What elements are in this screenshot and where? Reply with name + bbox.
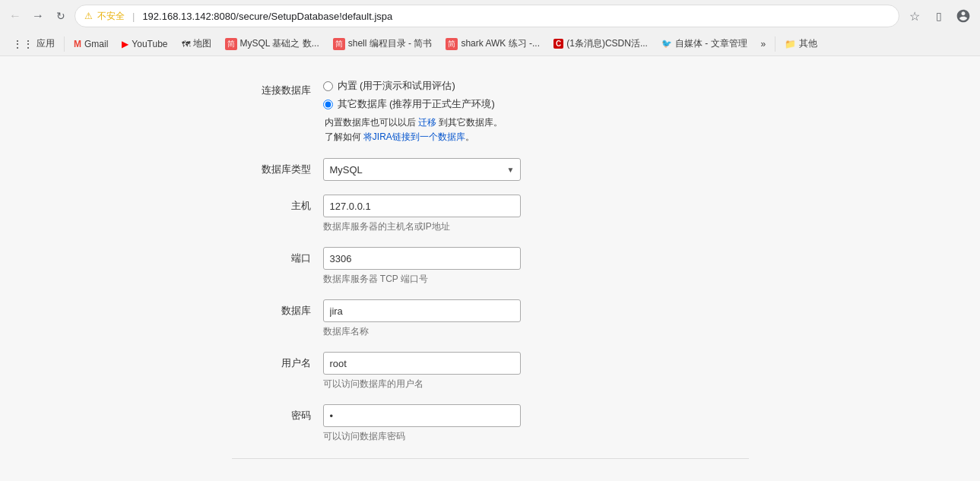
back-button[interactable]: ← <box>6 7 24 25</box>
apps-grid-icon: ⋮⋮ <box>12 38 33 50</box>
username-row: 用户名 可以访问数据库的用户名 <box>232 352 749 391</box>
db-type-field: MySQL PostgreSQL Oracle SQL Server ▼ <box>323 158 749 181</box>
bookmarks-bar: ⋮⋮ 应用 M Gmail ▶ YouTube 🗺 地图 简 MySQL 基础之… <box>0 32 980 56</box>
bookmark-shark[interactable]: 简 shark AWK 练习 -... <box>439 35 546 52</box>
migrate-link[interactable]: 迁移 <box>418 117 436 128</box>
bookmark-gmail[interactable]: M Gmail <box>68 36 114 52</box>
shell-icon: 简 <box>333 38 345 50</box>
password-hint: 可以访问数据库密码 <box>323 430 749 443</box>
bookmark-media-label: 自媒体 - 文章管理 <box>675 37 747 50</box>
db-type-row: 数据库类型 MySQL PostgreSQL Oracle SQL Server… <box>232 158 749 181</box>
port-row: 端口 数据库服务器 TCP 端口号 <box>232 247 749 286</box>
host-row: 主机 数据库服务器的主机名或IP地址 <box>232 195 749 233</box>
connection-label: 连接数据库 <box>232 79 323 97</box>
port-label: 端口 <box>232 247 323 265</box>
jira-link[interactable]: 将JIRA链接到一个数据库 <box>363 131 465 142</box>
radio-other-label: 其它数据库 (推荐用于正式生产环境) <box>338 97 495 111</box>
bookmark-star-button[interactable]: ☆ <box>904 5 925 27</box>
radio-builtin-label: 内置 (用于演示和试用评估) <box>338 79 455 93</box>
password-field: 可以访问数据库密码 <box>323 404 749 443</box>
desc-line2-prefix: 了解如何 <box>325 131 363 142</box>
port-field: 数据库服务器 TCP 端口号 <box>323 247 749 286</box>
bookmark-csdn[interactable]: C (1条消息)CSDN活... <box>547 35 654 52</box>
shark-icon: 简 <box>446 38 458 50</box>
more-bookmarks-icon: » <box>761 39 766 49</box>
desc-line1-suffix: 到其它数据库。 <box>436 117 503 128</box>
connection-row: 连接数据库 内置 (用于演示和试用评估) 其它数据库 (推荐用于正式生产环境) <box>232 79 749 144</box>
radio-other-option[interactable]: 其它数据库 (推荐用于正式生产环境) <box>323 97 749 111</box>
folder-icon: 📁 <box>785 39 796 49</box>
bookmark-apps[interactable]: ⋮⋮ 应用 <box>6 35 61 52</box>
bookmark-other-label: 其他 <box>799 37 817 50</box>
database-row: 数据库 数据库名称 <box>232 299 749 338</box>
username-hint: 可以访问数据库的用户名 <box>323 378 749 391</box>
bookmark-mysql-label: MySQL 基础之 数... <box>240 37 319 50</box>
password-label: 密码 <box>232 404 323 422</box>
extensions-button[interactable]: ▯ <box>928 5 950 27</box>
form-divider <box>232 458 749 459</box>
forward-button[interactable]: → <box>29 7 47 25</box>
maps-icon: 🗺 <box>182 40 190 49</box>
database-label: 数据库 <box>232 299 323 318</box>
bookmark-separator-2 <box>775 36 775 52</box>
password-input[interactable] <box>323 404 521 427</box>
bookmark-gmail-label: Gmail <box>84 39 108 49</box>
bookmark-maps-label: 地图 <box>193 37 211 50</box>
content-area: 连接数据库 内置 (用于演示和试用评估) 其它数据库 (推荐用于正式生产环境) <box>0 56 980 481</box>
security-label: 不安全 <box>97 10 125 23</box>
csdn-icon: C <box>553 39 563 49</box>
reload-button[interactable]: ↻ <box>52 7 70 25</box>
database-field: 数据库名称 <box>323 299 749 338</box>
youtube-icon: ▶ <box>122 39 128 49</box>
port-hint: 数据库服务器 TCP 端口号 <box>323 273 749 286</box>
db-type-label: 数据库类型 <box>232 158 323 176</box>
host-input[interactable] <box>323 195 521 217</box>
bookmark-youtube[interactable]: ▶ YouTube <box>116 36 173 52</box>
radio-builtin-option[interactable]: 内置 (用于演示和试用评估) <box>323 79 749 93</box>
nav-bar: ← → ↻ ⚠ 不安全 | 192.168.13.142:8080/secure… <box>0 0 980 32</box>
security-warning-icon: ⚠ <box>84 11 93 21</box>
form-container: 连接数据库 内置 (用于演示和试用评估) 其它数据库 (推荐用于正式生产环境) <box>217 79 764 481</box>
bookmark-csdn-label: (1条消息)CSDN活... <box>566 37 648 50</box>
bookmark-separator-1 <box>64 36 65 52</box>
desc-line1-prefix: 内置数据库也可以以后 <box>325 117 418 128</box>
host-label: 主机 <box>232 195 323 213</box>
url-text: 192.168.13.142:8080/secure/SetupDatabase… <box>142 11 890 22</box>
desc-line2-suffix: 。 <box>465 131 474 142</box>
database-hint: 数据库名称 <box>323 325 749 338</box>
gmail-icon: M <box>74 39 81 49</box>
bookmark-mysql[interactable]: 简 MySQL 基础之 数... <box>219 35 325 52</box>
address-bar[interactable]: ⚠ 不安全 | 192.168.13.142:8080/secure/Setup… <box>75 5 899 27</box>
mysql-icon: 简 <box>225 38 237 50</box>
page-content: 连接数据库 内置 (用于演示和试用评估) 其它数据库 (推荐用于正式生产环境) <box>0 56 980 481</box>
bookmark-shark-label: shark AWK 练习 -... <box>461 37 540 50</box>
media-icon: 🐦 <box>661 39 672 49</box>
bookmark-shell[interactable]: 简 shell 编程目录 - 简书 <box>327 35 439 52</box>
database-input[interactable] <box>323 299 521 322</box>
username-field: 可以访问数据库的用户名 <box>323 352 749 391</box>
radio-description: 内置数据库也可以以后 迁移 到其它数据库。 了解如何 将JIRA链接到一个数据库… <box>325 116 749 144</box>
password-row: 密码 可以访问数据库密码 <box>232 404 749 443</box>
connection-field: 内置 (用于演示和试用评估) 其它数据库 (推荐用于正式生产环境) 内置数据库也… <box>323 79 749 144</box>
bookmark-other[interactable]: 📁 其他 <box>779 35 823 52</box>
url-separator: | <box>132 11 135 22</box>
bookmark-youtube-label: YouTube <box>132 39 167 49</box>
radio-group: 内置 (用于演示和试用评估) 其它数据库 (推荐用于正式生产环境) <box>323 79 749 111</box>
account-button[interactable] <box>953 5 974 27</box>
radio-builtin-input[interactable] <box>323 81 333 91</box>
username-input[interactable] <box>323 352 521 375</box>
username-label: 用户名 <box>232 352 323 370</box>
action-bar: 下一步 测试连接 <box>232 474 749 481</box>
radio-other-input[interactable] <box>323 100 333 109</box>
bookmark-media[interactable]: 🐦 自媒体 - 文章管理 <box>655 35 753 52</box>
bookmark-more[interactable]: » <box>755 36 772 52</box>
host-field: 数据库服务器的主机名或IP地址 <box>323 195 749 233</box>
bookmark-shell-label: shell 编程目录 - 简书 <box>348 37 433 50</box>
bookmark-apps-label: 应用 <box>36 37 55 50</box>
bookmark-maps[interactable]: 🗺 地图 <box>176 35 217 52</box>
port-input[interactable] <box>323 247 521 270</box>
chrome-toolbar-icons: ☆ ▯ <box>904 5 974 27</box>
db-type-select-wrapper: MySQL PostgreSQL Oracle SQL Server ▼ <box>323 158 521 181</box>
db-type-select[interactable]: MySQL PostgreSQL Oracle SQL Server <box>323 158 521 181</box>
host-hint: 数据库服务器的主机名或IP地址 <box>323 220 749 233</box>
